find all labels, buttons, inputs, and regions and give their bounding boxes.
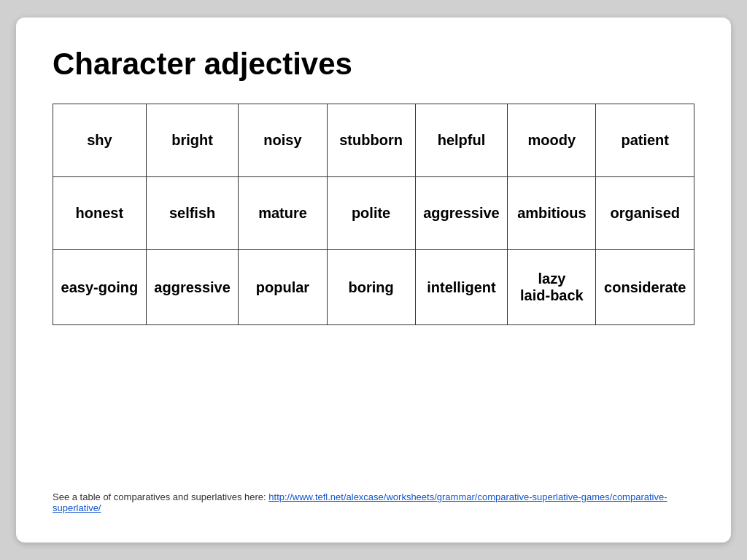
table-cell: honest — [53, 177, 147, 250]
table-cell: stubborn — [327, 104, 415, 177]
table-cell: organised — [596, 177, 694, 250]
table-cell: patient — [596, 104, 694, 177]
table-cell: popular — [239, 250, 327, 325]
table-cell: easy-going — [53, 250, 147, 325]
footer: See a table of comparatives and superlat… — [53, 484, 694, 513]
table-cell: ambitious — [508, 177, 596, 250]
table-cell: selfish — [146, 177, 239, 250]
table-cell: moody — [508, 104, 596, 177]
footer-static: See a table of comparatives and superlat… — [53, 491, 268, 502]
slide-container: Character adjectives shybrightnoisystubb… — [16, 18, 731, 542]
table-cell: intelligent — [415, 250, 508, 325]
table-cell: considerate — [596, 250, 694, 325]
table-cell: mature — [239, 177, 327, 250]
table-cell: helpful — [415, 104, 508, 177]
table-cell: shy — [53, 104, 147, 177]
adjectives-table: shybrightnoisystubbornhelpfulmoodypatien… — [53, 104, 694, 325]
table-cell: noisy — [239, 104, 327, 177]
table-cell: bright — [146, 104, 239, 177]
table-cell: lazylaid-back — [508, 250, 596, 325]
table-cell: polite — [327, 177, 415, 250]
page-title: Character adjectives — [53, 47, 694, 82]
table-cell: aggressive — [415, 177, 508, 250]
table-cell: aggressive — [146, 250, 239, 325]
table-cell: boring — [327, 250, 415, 325]
